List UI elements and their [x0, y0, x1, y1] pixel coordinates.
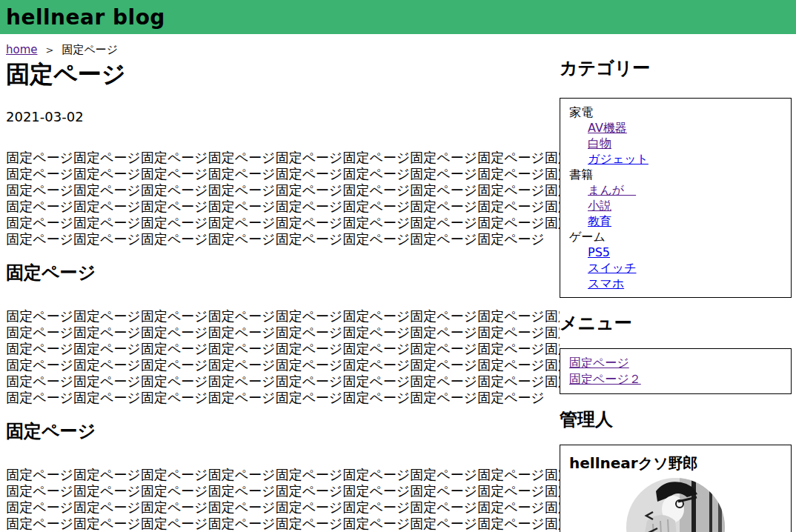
- list-item: PS5: [588, 245, 782, 260]
- category-link-kyouiku[interactable]: 教育: [588, 214, 611, 228]
- category-group-label: 書籍: [569, 167, 782, 182]
- list-item: スマホ: [588, 276, 782, 291]
- category-link-shiromono[interactable]: 白物: [588, 136, 611, 150]
- paragraph-line: 固定ページ固定ページ固定ページ固定ページ固定ページ固定ページ固定ページ固定ページ…: [6, 483, 560, 499]
- categories-box: 家電 AV機器 白物 ガジェット 書籍 まんが 小説 教育 ゲーム PS5: [560, 98, 792, 298]
- paragraph-line: 固定ページ固定ページ固定ページ固定ページ固定ページ固定ページ固定ページ固定ページ…: [6, 499, 560, 516]
- admin-name: hellnearクソ野郎: [569, 454, 782, 472]
- paragraph-line: 固定ページ固定ページ固定ページ固定ページ固定ページ固定ページ固定ページ固定ページ…: [6, 516, 560, 532]
- category-link-list: まんが 小説 教育: [569, 182, 782, 229]
- avatar: [569, 478, 782, 532]
- menu-box: 固定ページ 固定ページ２: [560, 348, 792, 394]
- list-item: 白物: [588, 136, 782, 151]
- paragraph-line: 固定ページ固定ページ固定ページ固定ページ固定ページ固定ページ固定ページ固定ページ…: [6, 215, 560, 231]
- site-header: hellnear blog: [0, 0, 796, 34]
- list-item: ガジェット: [588, 151, 782, 167]
- section-heading-2: 固定ページ: [6, 421, 560, 442]
- category-link-av-kiki[interactable]: AV機器: [588, 121, 627, 135]
- paragraph-line: 固定ページ固定ページ固定ページ固定ページ固定ページ固定ページ固定ページ固定ページ…: [6, 308, 560, 325]
- sidebar-heading-menu: メニュー: [560, 313, 792, 333]
- list-item: 小説: [588, 198, 782, 213]
- page-title: 固定ページ: [6, 61, 560, 87]
- site-title: hellnear blog: [6, 5, 165, 30]
- main-column: home>固定ページ 固定ページ 2021-03-02 固定ページ固定ページ固定…: [0, 34, 560, 532]
- admin-avatar-image: [626, 478, 725, 532]
- paragraph-line: 固定ページ固定ページ固定ページ固定ページ固定ページ固定ページ固定ページ固定ページ…: [6, 150, 560, 166]
- category-link-gadget[interactable]: ガジェット: [588, 152, 649, 166]
- category-link-list: AV機器 白物 ガジェット: [569, 120, 782, 167]
- list-item: スイッチ: [588, 260, 782, 276]
- menu-link-fixed-page[interactable]: 固定ページ: [569, 356, 629, 370]
- breadcrumb: home>固定ページ: [6, 44, 560, 56]
- category-group-label: 家電: [569, 104, 782, 120]
- list-item: 固定ページ: [569, 355, 782, 371]
- paragraph-line: 固定ページ固定ページ固定ページ固定ページ固定ページ固定ページ固定ページ固定ページ: [6, 231, 560, 247]
- breadcrumb-current: 固定ページ: [62, 43, 118, 56]
- category-group-game: ゲーム PS5 スイッチ スマホ: [569, 229, 782, 291]
- paragraph-line: 固定ページ固定ページ固定ページ固定ページ固定ページ固定ページ固定ページ固定ページ…: [6, 373, 560, 390]
- article-section-paragraph-1: 固定ページ固定ページ固定ページ固定ページ固定ページ固定ページ固定ページ固定ページ…: [6, 308, 560, 406]
- list-item: 固定ページ２: [569, 371, 782, 388]
- sidebar-heading-categories: カテゴリー: [560, 58, 792, 79]
- paragraph-line: 固定ページ固定ページ固定ページ固定ページ固定ページ固定ページ固定ページ固定ページ…: [6, 357, 560, 373]
- list-item: 教育: [588, 213, 782, 229]
- category-link-ps5[interactable]: PS5: [588, 245, 610, 259]
- breadcrumb-home-link[interactable]: home: [6, 43, 38, 56]
- category-link-manga[interactable]: まんが: [588, 183, 636, 197]
- category-group-label: ゲーム: [569, 229, 782, 245]
- paragraph-line: 固定ページ固定ページ固定ページ固定ページ固定ページ固定ページ固定ページ固定ページ…: [6, 199, 560, 215]
- paragraph-line: 固定ページ固定ページ固定ページ固定ページ固定ページ固定ページ固定ページ固定ページ: [6, 390, 560, 406]
- paragraph-line: 固定ページ固定ページ固定ページ固定ページ固定ページ固定ページ固定ページ固定ページ…: [6, 467, 560, 483]
- article-intro-paragraph: 固定ページ固定ページ固定ページ固定ページ固定ページ固定ページ固定ページ固定ページ…: [6, 150, 560, 247]
- list-item: まんが: [588, 182, 782, 198]
- admin-box: hellnearクソ野郎: [560, 445, 792, 532]
- category-link-sumaho[interactable]: スマホ: [588, 276, 624, 290]
- category-link-shousetsu[interactable]: 小説: [588, 199, 611, 213]
- menu-link-fixed-page-2[interactable]: 固定ページ２: [569, 372, 641, 386]
- category-group-shoseki: 書籍 まんが 小説 教育: [569, 167, 782, 229]
- list-item: AV機器: [588, 120, 782, 136]
- post-date: 2021-03-02: [6, 109, 560, 124]
- category-group-kaden: 家電 AV機器 白物 ガジェット: [569, 104, 782, 167]
- category-link-list: PS5 スイッチ スマホ: [569, 245, 782, 291]
- sidebar: カテゴリー 家電 AV機器 白物 ガジェット 書籍 まんが 小説 教育 ゲーム: [560, 34, 792, 532]
- menu-link-list: 固定ページ 固定ページ２: [569, 355, 782, 388]
- article-section-paragraph-2: 固定ページ固定ページ固定ページ固定ページ固定ページ固定ページ固定ページ固定ページ…: [6, 467, 560, 532]
- section-heading-1: 固定ページ: [6, 262, 560, 283]
- page-layout: home>固定ページ 固定ページ 2021-03-02 固定ページ固定ページ固定…: [0, 34, 796, 532]
- paragraph-line: 固定ページ固定ページ固定ページ固定ページ固定ページ固定ページ固定ページ固定ページ…: [6, 341, 560, 357]
- paragraph-line: 固定ページ固定ページ固定ページ固定ページ固定ページ固定ページ固定ページ固定ページ…: [6, 325, 560, 341]
- category-link-switch[interactable]: スイッチ: [588, 261, 637, 275]
- paragraph-line: 固定ページ固定ページ固定ページ固定ページ固定ページ固定ページ固定ページ固定ページ…: [6, 182, 560, 199]
- paragraph-line: 固定ページ固定ページ固定ページ固定ページ固定ページ固定ページ固定ページ固定ページ…: [6, 166, 560, 182]
- breadcrumb-separator: >: [46, 44, 54, 56]
- sidebar-heading-admin: 管理人: [560, 409, 792, 430]
